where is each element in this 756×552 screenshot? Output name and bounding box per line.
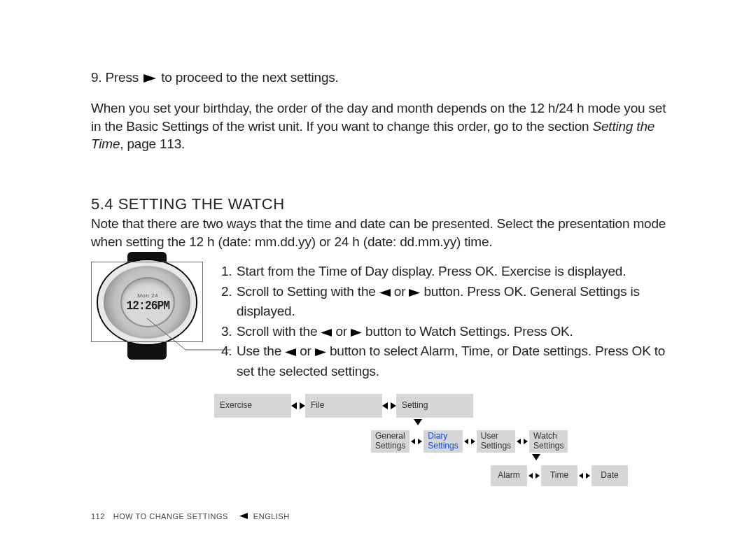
left-arrow-icon <box>379 289 391 297</box>
intro-a: When you set your birthday, the order of… <box>91 101 666 134</box>
svg-marker-13 <box>418 439 422 444</box>
page-footer: 112 HOW TO CHANGE SETTINGS ENGLISH <box>91 512 290 521</box>
nav-alarm: Alarm <box>491 465 527 486</box>
footer-lang: ENGLISH <box>253 512 290 521</box>
nav-arrow-lr-icon <box>382 402 396 409</box>
nav-date: Date <box>592 465 628 486</box>
nav-arrow-lr-icon <box>410 439 424 444</box>
nav-watch-settings: Watch Settings <box>529 430 568 453</box>
svg-marker-1 <box>379 289 391 297</box>
svg-marker-8 <box>300 402 305 409</box>
svg-marker-0 <box>144 74 156 83</box>
section-note: Note that there are two ways that the ti… <box>91 215 679 250</box>
steps-list: 1. Start from the Time of Day display. P… <box>209 262 679 381</box>
watch-day-label: Mon 24 <box>137 292 158 299</box>
right-arrow-icon <box>315 348 326 356</box>
step-2: 2. Scroll to Setting with the or button.… <box>221 282 679 322</box>
nav-row-3: Alarm Time Date <box>491 465 679 486</box>
svg-marker-4 <box>351 329 362 337</box>
svg-marker-18 <box>532 454 540 460</box>
step9-suffix: to proceed to the next settings. <box>158 70 339 85</box>
nav-arrow-lr-icon <box>291 402 305 409</box>
watch-time-label: 12:26PM <box>126 299 169 313</box>
step-2-text: Scroll to Setting with the or button. Pr… <box>237 282 679 322</box>
nav-down-arrow <box>414 418 679 426</box>
step9-prefix: 9. Press <box>91 70 142 85</box>
svg-marker-6 <box>315 348 326 356</box>
menu-navigation-diagram: Exercise File Setting General Settings D… <box>214 394 679 486</box>
nav-arrow-lr-icon <box>463 439 477 444</box>
nav-down-arrow <box>532 453 679 461</box>
nav-arrow-lr-icon <box>515 439 529 444</box>
left-arrow-icon <box>239 512 248 521</box>
svg-marker-12 <box>411 439 415 444</box>
svg-marker-20 <box>536 473 540 479</box>
svg-marker-16 <box>517 439 521 444</box>
nav-setting: Setting <box>396 394 473 418</box>
svg-marker-10 <box>391 402 396 409</box>
svg-marker-17 <box>524 439 528 444</box>
nav-general-settings: General Settings <box>371 430 410 453</box>
nav-user-settings: User Settings <box>477 430 515 453</box>
svg-marker-14 <box>464 439 468 444</box>
step-1: 1. Start from the Time of Day display. P… <box>221 262 679 282</box>
step-9-line: 9. Press to proceed to the next settings… <box>91 70 679 85</box>
left-arrow-icon <box>285 348 296 356</box>
svg-marker-3 <box>321 329 332 337</box>
step-1-text: Start from the Time of Day display. Pres… <box>237 262 626 282</box>
right-arrow-icon <box>351 329 362 337</box>
nav-row-2: General Settings Diary Settings User Set… <box>371 430 679 453</box>
nav-arrow-lr-icon <box>578 473 592 479</box>
step-4-text: Use the or button to select Alarm, Time,… <box>237 341 679 381</box>
intro-b: , page 113. <box>120 136 185 151</box>
svg-marker-7 <box>291 402 297 409</box>
nav-time: Time <box>541 465 578 486</box>
nav-exercise: Exercise <box>214 394 291 418</box>
svg-marker-11 <box>414 419 422 425</box>
footer-section: HOW TO CHANGE SETTINGS <box>113 512 228 521</box>
svg-marker-5 <box>285 348 296 356</box>
nav-diary-settings: Diary Settings <box>424 430 462 453</box>
manual-page: 9. Press to proceed to the next settings… <box>0 0 756 552</box>
down-arrow-icon <box>532 453 540 461</box>
down-arrow-icon <box>414 418 422 426</box>
svg-marker-21 <box>579 473 583 479</box>
nav-row-1: Exercise File Setting <box>214 394 679 418</box>
section-heading: 5.4 SETTING THE WATCH <box>91 195 679 213</box>
svg-marker-22 <box>586 473 590 479</box>
svg-marker-19 <box>528 473 533 479</box>
nav-file: File <box>305 394 382 418</box>
right-arrow-icon <box>409 289 420 297</box>
step-4: 4. Use the or button to select Alarm, Ti… <box>221 341 679 381</box>
left-arrow-icon <box>321 329 332 337</box>
right-arrow-icon <box>144 74 156 83</box>
svg-marker-9 <box>382 402 388 409</box>
svg-marker-23 <box>239 513 248 519</box>
nav-arrow-lr-icon <box>527 473 541 479</box>
step-3-text: Scroll with the or button to Watch Setti… <box>237 322 573 342</box>
connector-line-icon <box>147 318 245 357</box>
step-3: 3. Scroll with the or button to Watch Se… <box>221 322 679 342</box>
svg-marker-2 <box>409 289 420 297</box>
footer-page-number: 112 <box>91 512 105 521</box>
intro-paragraph: When you set your birthday, the order of… <box>91 99 679 153</box>
svg-marker-15 <box>471 439 475 444</box>
